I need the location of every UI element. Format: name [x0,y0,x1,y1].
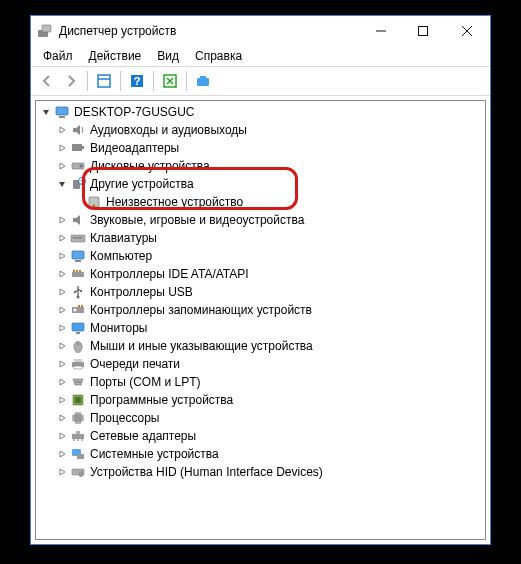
expander-closed-icon[interactable] [54,428,70,444]
node-label: DESKTOP-7GUSGUC [74,105,200,119]
hid-icon [70,464,86,480]
app-icon [37,23,53,39]
node-label: Очереди печати [90,357,186,371]
tree-node-sound-game[interactable]: Звуковые, игровые и видеоустройства [36,211,485,229]
svg-rect-16 [82,146,84,149]
expander-closed-icon[interactable] [54,212,70,228]
expander-open-icon[interactable] [54,176,70,192]
expander-closed-icon[interactable] [54,140,70,156]
tree-node-disks[interactable]: Дисковые устройства [36,157,485,175]
toolbar-separator [120,71,121,91]
node-label: Видеоадаптеры [90,141,185,155]
usb-icon [70,284,86,300]
close-button[interactable] [444,17,490,46]
expander-closed-icon[interactable] [54,338,70,354]
expander-closed-icon[interactable] [54,230,70,246]
expander-closed-icon[interactable] [54,248,70,264]
tree-node-usb[interactable]: Контроллеры USB [36,283,485,301]
svg-rect-35 [79,270,81,272]
expander-closed-icon[interactable] [54,464,70,480]
svg-text:?: ? [134,75,141,87]
svg-rect-33 [73,270,75,272]
tree-node-ports[interactable]: Порты (COM и LPT) [36,373,485,391]
forward-button[interactable] [60,70,82,92]
expander-closed-icon[interactable] [54,266,70,282]
device-tree[interactable]: DESKTOP-7GUSGUC Аудиовходы и аудиовыходы… [35,100,486,540]
expander-open-icon[interactable] [38,104,54,120]
tree-node-print-queues[interactable]: Очереди печати [36,355,485,373]
svg-rect-6 [98,75,110,87]
svg-rect-13 [56,107,68,115]
keyboard-icon [70,230,86,246]
tree-node-system[interactable]: Системные устройства [36,445,485,463]
expander-closed-icon[interactable] [54,122,70,138]
svg-point-36 [77,296,80,299]
menu-file[interactable]: Файл [35,47,81,65]
node-label: Дисковые устройства [90,159,216,173]
tree-node-network[interactable]: Сетевые адаптеры [36,427,485,445]
node-label: Сетевые адаптеры [90,429,202,443]
expander-closed-icon[interactable] [54,284,70,300]
node-label: Неизвестное устройство [106,195,249,209]
svg-rect-26 [73,237,75,239]
tree-node-software[interactable]: Программные устройства [36,391,485,409]
back-button[interactable] [36,70,58,92]
node-label: Процессоры [90,411,166,425]
svg-rect-38 [80,290,82,292]
show-hidden-button[interactable] [192,70,214,92]
menu-action[interactable]: Действие [81,47,150,65]
maximize-button[interactable] [402,17,444,46]
expander-closed-icon[interactable] [54,374,70,390]
tree-node-computer[interactable]: Компьютер [36,247,485,265]
tree-node-root[interactable]: DESKTOP-7GUSGUC [36,103,485,121]
tree-node-processors[interactable]: Процессоры [36,409,485,427]
node-label: Программные устройства [90,393,239,407]
expander-closed-icon[interactable] [54,446,70,462]
tree-node-mice[interactable]: Мыши и иные указывающие устройства [36,337,485,355]
controller-icon [70,266,86,282]
menubar: Файл Действие Вид Справка [31,46,490,67]
expander-closed-icon[interactable] [54,410,70,426]
node-label: Порты (COM и LPT) [90,375,207,389]
expander-closed-icon[interactable] [54,392,70,408]
svg-rect-54 [75,397,81,403]
expander-closed-icon[interactable] [54,320,70,336]
minimize-button[interactable] [360,17,402,46]
svg-point-37 [74,291,76,293]
svg-rect-42 [81,305,83,307]
expander-closed-icon[interactable] [54,158,70,174]
svg-point-40 [74,309,77,312]
tree-node-monitors[interactable]: Мониторы [36,319,485,337]
tree-node-video[interactable]: Видеоадаптеры [36,139,485,157]
menu-view[interactable]: Вид [149,47,187,65]
node-label: Мониторы [90,321,153,335]
expander-closed-icon[interactable] [54,302,70,318]
device-manager-window: Диспетчер устройств Файл Действие Вид Сп… [30,15,491,545]
svg-rect-11 [197,78,209,86]
help-button[interactable]: ? [126,70,148,92]
svg-rect-28 [78,237,80,239]
expander-closed-icon[interactable] [54,356,70,372]
network-icon [70,428,86,444]
tree-node-hid[interactable]: Устройства HID (Human Interface Devices) [36,463,485,481]
menu-help[interactable]: Справка [187,47,250,65]
svg-rect-55 [74,414,82,422]
svg-rect-1 [42,25,51,32]
svg-rect-31 [75,260,81,262]
tree-node-ide[interactable]: Контроллеры IDE ATA/ATAPI [36,265,485,283]
svg-rect-48 [74,359,82,362]
node-label: Мыши и иные указывающие устройства [90,339,319,353]
monitor-icon [70,320,86,336]
scan-button[interactable] [159,70,181,92]
properties-button[interactable] [93,70,115,92]
tree-node-keyboards[interactable]: Клавиатуры [36,229,485,247]
tree-node-other[interactable]: ? Другие устройства [36,175,485,193]
tree-node-storage-ctrl[interactable]: Контроллеры запоминающих устройств [36,301,485,319]
node-label: Устройства HID (Human Interface Devices) [90,465,329,479]
svg-point-51 [77,381,79,383]
svg-rect-29 [81,237,83,239]
tree-node-unknown[interactable]: Неизвестное устройство [36,193,485,211]
node-label: Компьютер [90,249,158,263]
svg-rect-49 [74,366,82,369]
tree-node-audio[interactable]: Аудиовходы и аудиовыходы [36,121,485,139]
